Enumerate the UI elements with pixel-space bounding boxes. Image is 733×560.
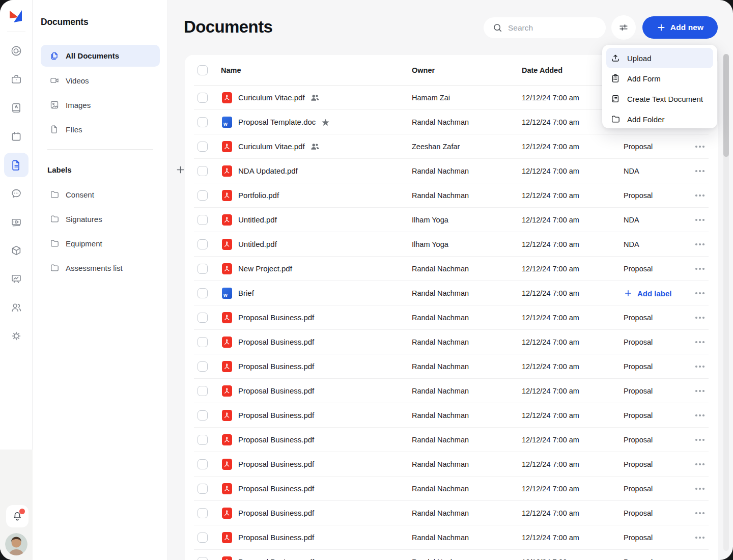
- table-row[interactable]: Untitled.pdf Ilham Yoga 12/12/24 7:00 am…: [185, 232, 718, 257]
- contacts-icon[interactable]: [10, 102, 22, 114]
- file-name[interactable]: Portfolio.pdf: [238, 183, 279, 208]
- filter-button[interactable]: [611, 15, 636, 40]
- row-checkbox[interactable]: [198, 142, 208, 152]
- file-name[interactable]: Untitled.pdf: [238, 232, 277, 257]
- row-actions-menu[interactable]: [693, 305, 707, 330]
- row-actions-menu[interactable]: [693, 134, 707, 159]
- table-row[interactable]: Untitled.pdf Ilham Yoga 12/12/24 7:00 am…: [185, 208, 718, 232]
- file-name[interactable]: Proposal Business.pdf: [238, 428, 314, 452]
- row-actions-menu[interactable]: [693, 232, 707, 257]
- file-name[interactable]: New Project.pdf: [238, 257, 292, 281]
- sidebar-item-videos[interactable]: Videos: [41, 69, 160, 92]
- file-name[interactable]: Proposal Business.pdf: [238, 452, 314, 477]
- add-new-button[interactable]: Add new: [642, 16, 718, 39]
- row-actions-menu[interactable]: [693, 428, 707, 452]
- rail-item-documents-active[interactable]: [4, 153, 29, 177]
- table-row[interactable]: Proposal Business.pdf Randal Nachman 12/…: [185, 379, 718, 403]
- row-checkbox[interactable]: [198, 166, 208, 176]
- row-actions-menu[interactable]: [693, 452, 707, 477]
- table-row[interactable]: Proposal Business.pdf Randal Nachman 12/…: [185, 330, 718, 354]
- row-checkbox[interactable]: [198, 288, 208, 298]
- row-checkbox[interactable]: [198, 117, 208, 127]
- row-checkbox[interactable]: [198, 459, 208, 469]
- table-row[interactable]: Proposal Business.pdf Randal Nachman 12/…: [185, 477, 718, 501]
- table-row[interactable]: NDA Updated.pdf Randal Nachman 12/12/24 …: [185, 159, 718, 183]
- presentation-icon[interactable]: [10, 273, 22, 285]
- row-checkbox[interactable]: [198, 508, 208, 518]
- row-checkbox[interactable]: [198, 435, 208, 445]
- row-actions-menu[interactable]: [693, 501, 707, 525]
- table-row[interactable]: Proposal Business.pdf Randal Nachman 12/…: [185, 354, 718, 379]
- row-actions-menu[interactable]: [693, 354, 707, 379]
- file-name[interactable]: Curiculum Vitae.pdf: [238, 134, 305, 159]
- file-name[interactable]: Proposal Business.pdf: [238, 305, 314, 330]
- row-actions-menu[interactable]: [693, 183, 707, 208]
- file-name[interactable]: Proposal Business.pdf: [238, 403, 314, 428]
- row-checkbox[interactable]: [198, 313, 208, 323]
- table-row[interactable]: New Project.pdf Randal Nachman 12/12/24 …: [185, 257, 718, 281]
- table-row[interactable]: Proposal Business.pdf Randal Nachman 12/…: [185, 525, 718, 550]
- calendar-icon[interactable]: [10, 130, 22, 143]
- menu-item-upload[interactable]: Upload: [606, 48, 713, 68]
- row-actions-menu[interactable]: [693, 379, 707, 403]
- target-icon[interactable]: [10, 45, 22, 57]
- row-checkbox[interactable]: [198, 337, 208, 347]
- menu-item-create-text-document[interactable]: Create Text Document: [606, 89, 713, 109]
- file-name[interactable]: Proposal Business.pdf: [238, 525, 314, 550]
- file-name[interactable]: NDA Updated.pdf: [238, 159, 298, 183]
- row-checkbox[interactable]: [198, 93, 208, 103]
- payments-icon[interactable]: [10, 216, 22, 228]
- sidebar-label-signatures[interactable]: Signatures: [41, 208, 160, 230]
- users-icon[interactable]: [10, 301, 22, 314]
- row-actions-menu[interactable]: [693, 550, 707, 560]
- file-name[interactable]: Brief: [238, 281, 254, 305]
- row-actions-menu[interactable]: [693, 159, 707, 183]
- row-checkbox[interactable]: [198, 190, 208, 201]
- menu-item-add-folder[interactable]: Add Folder: [606, 109, 713, 129]
- file-name[interactable]: Curiculum Vitae.pdf: [238, 86, 305, 110]
- column-header-name[interactable]: Name: [221, 55, 241, 86]
- row-checkbox[interactable]: [198, 533, 208, 543]
- add-label-button[interactable]: Add label: [624, 281, 672, 305]
- table-row[interactable]: Proposal Business.pdf Randal Nachman 12/…: [185, 305, 718, 330]
- row-checkbox[interactable]: [198, 264, 208, 274]
- row-checkbox[interactable]: [198, 386, 208, 396]
- table-row[interactable]: Proposal Business.pdf Randal Nachman 12/…: [185, 403, 718, 428]
- table-row[interactable]: Proposal Business.pdf Randal Nachman 12/…: [185, 550, 718, 560]
- file-name[interactable]: Proposal Business.pdf: [238, 354, 314, 379]
- sidebar-label-equipment[interactable]: Equipment: [41, 232, 160, 255]
- chat-icon[interactable]: [10, 187, 22, 200]
- row-actions-menu[interactable]: [693, 330, 707, 354]
- row-checkbox[interactable]: [198, 484, 208, 494]
- row-actions-menu[interactable]: [693, 403, 707, 428]
- file-name[interactable]: Proposal Business.pdf: [238, 330, 314, 354]
- table-row[interactable]: w Brief Randal Nachman 12/12/24 7:00 am …: [185, 281, 718, 305]
- row-actions-menu[interactable]: [693, 257, 707, 281]
- scrollbar-track[interactable]: [723, 54, 729, 551]
- search-input[interactable]: [508, 17, 600, 38]
- settings-gear-icon[interactable]: [10, 330, 22, 342]
- user-avatar[interactable]: [5, 533, 27, 555]
- menu-item-add-form[interactable]: Add Form: [606, 68, 713, 89]
- file-name[interactable]: Proposal Business.pdf: [238, 477, 314, 501]
- row-actions-menu[interactable]: [693, 208, 707, 232]
- row-checkbox[interactable]: [198, 361, 208, 372]
- file-name[interactable]: Proposal Business.pdf: [238, 501, 314, 525]
- sidebar-item-images[interactable]: Images: [41, 94, 160, 116]
- table-row[interactable]: Curiculum Vitae.pdf Zeeshan Zafar 12/12/…: [185, 134, 718, 159]
- column-header-date-added[interactable]: Date Added: [522, 55, 562, 86]
- row-checkbox[interactable]: [198, 215, 208, 225]
- scrollbar-thumb[interactable]: [723, 54, 729, 157]
- app-logo-icon[interactable]: [8, 8, 24, 24]
- notifications-button[interactable]: [6, 505, 29, 527]
- select-all-checkbox[interactable]: [198, 65, 208, 75]
- table-row[interactable]: Proposal Business.pdf Randal Nachman 12/…: [185, 452, 718, 477]
- file-name[interactable]: Proposal Business.pdf: [238, 550, 314, 560]
- table-row[interactable]: Proposal Business.pdf Randal Nachman 12/…: [185, 428, 718, 452]
- row-actions-menu[interactable]: [693, 281, 707, 305]
- table-row[interactable]: Portfolio.pdf Randal Nachman 12/12/24 7:…: [185, 183, 718, 208]
- file-name[interactable]: Proposal Template.doc: [238, 110, 316, 134]
- sidebar-item-files[interactable]: FIles: [41, 118, 160, 141]
- row-checkbox[interactable]: [198, 239, 208, 249]
- sidebar-label-assessments-list[interactable]: Assessments list: [41, 257, 160, 279]
